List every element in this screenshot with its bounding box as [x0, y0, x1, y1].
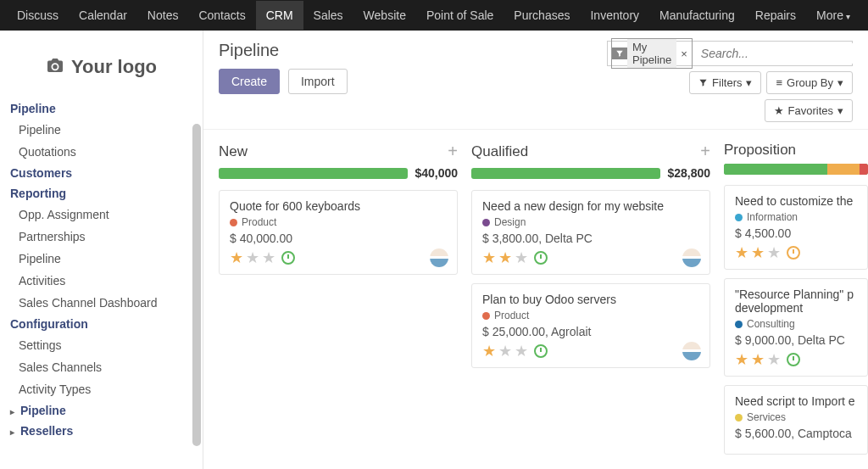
nav-item-sales[interactable]: Sales	[303, 1, 353, 30]
sidebar-section-pipeline[interactable]: ▸Pipeline	[0, 400, 203, 421]
nav-item-website[interactable]: Website	[353, 1, 416, 30]
card-tag: Consulting	[735, 318, 857, 330]
star-icon: ★	[482, 343, 496, 359]
chevron-down-icon: ▾	[837, 76, 843, 89]
priority-stars[interactable]: ★★★	[482, 250, 699, 265]
nav-item-repairs[interactable]: Repairs	[745, 1, 806, 30]
search-input[interactable]	[696, 43, 856, 64]
search-facet[interactable]: My Pipeline ×	[611, 38, 693, 69]
card-subtitle: $ 40,000.00	[230, 232, 447, 245]
star-icon: ★	[246, 250, 259, 265]
sidebar-item-sales-channels[interactable]: Sales Channels	[0, 356, 203, 378]
kanban-card[interactable]: Need to customize theInformation$ 4,500.…	[724, 185, 868, 270]
activity-clock-icon[interactable]	[281, 251, 295, 265]
activity-clock-icon[interactable]	[787, 246, 800, 260]
card-title: Plan to buy Odoo servers	[482, 293, 699, 306]
card-title: Quote for 600 keyboards	[230, 199, 447, 213]
priority-stars[interactable]: ★★★	[230, 250, 447, 265]
kanban-card[interactable]: "Resource Planning" pdevelopmentConsulti…	[724, 278, 868, 377]
activity-clock-icon[interactable]	[534, 251, 548, 265]
kanban-card[interactable]: Plan to buy Odoo serversProduct$ 25,000.…	[471, 283, 710, 368]
chevron-right-icon: ▸	[10, 407, 17, 416]
funnel-icon	[612, 47, 627, 59]
card-title: "Resource Planning" pdevelopment	[735, 288, 857, 315]
star-icon: ★	[515, 250, 528, 265]
avatar[interactable]	[682, 248, 701, 267]
nav-item-discuss[interactable]: Discuss	[7, 1, 69, 30]
create-button[interactable]: Create	[219, 69, 280, 94]
card-tag: Services	[735, 411, 857, 423]
company-logo[interactable]: Your logo	[0, 41, 203, 98]
sidebar-section-pipeline[interactable]: Pipeline	[0, 98, 203, 119]
tag-dot-icon	[482, 219, 490, 226]
sidebar-item-partnerships[interactable]: Partnerships	[0, 226, 203, 248]
nav-item-point-of-sale[interactable]: Point of Sale	[416, 1, 504, 30]
star-icon: ★	[767, 245, 781, 260]
star-icon: ★	[515, 343, 528, 359]
kanban-board: New+$40,000Quote for 600 keyboardsProduc…	[203, 130, 868, 469]
progress-bar	[219, 168, 408, 179]
card-subtitle: $ 3,800.00, Delta PC	[482, 232, 699, 245]
star-icon: ★	[482, 250, 496, 265]
kanban-card[interactable]: Need script to Import eServices$ 5,600.0…	[724, 385, 868, 455]
group-by-button[interactable]: ≡ Group By ▾	[766, 71, 853, 94]
filters-button[interactable]: Filters ▾	[689, 71, 761, 94]
card-subtitle: $ 4,500.00	[735, 226, 857, 240]
sidebar-item-sales-channel-dashboard[interactable]: Sales Channel Dashboard	[0, 292, 203, 314]
nav-item-more[interactable]: More▾	[806, 1, 860, 30]
activity-clock-icon[interactable]	[787, 353, 800, 366]
avatar[interactable]	[430, 248, 448, 267]
star-icon: ★	[230, 250, 243, 265]
nav-item-manufacturing[interactable]: Manufacturing	[649, 1, 745, 30]
sidebar-scrollbar[interactable]	[192, 124, 201, 446]
close-icon[interactable]: ×	[676, 46, 692, 62]
nav-item-inventory[interactable]: Inventory	[580, 1, 649, 30]
sidebar-item-opp-assignment[interactable]: Opp. Assignment	[0, 204, 203, 226]
tag-dot-icon	[230, 219, 237, 226]
nav-item-calendar[interactable]: Calendar	[69, 1, 137, 30]
activity-clock-icon[interactable]	[534, 344, 548, 358]
sidebar-section-customers[interactable]: Customers	[0, 163, 203, 183]
kanban-card[interactable]: Need a new design for my websiteDesign$ …	[471, 190, 710, 275]
camera-icon	[46, 58, 64, 77]
star-icon: ★	[735, 352, 748, 367]
sidebar-section-configuration[interactable]: Configuration	[0, 314, 203, 334]
sidebar-item-settings[interactable]: Settings	[0, 334, 203, 356]
plus-icon[interactable]: +	[448, 142, 458, 161]
column-title: Proposition	[724, 142, 796, 159]
search-bar[interactable]: My Pipeline ×	[607, 41, 853, 66]
column-title: Qualified	[471, 143, 528, 160]
favorites-button[interactable]: ★ Favorites ▾	[765, 99, 853, 122]
star-icon: ★	[498, 343, 512, 359]
kanban-card[interactable]: Quote for 600 keyboardsProduct$ 40,000.0…	[219, 190, 458, 275]
page-title: Pipeline	[219, 41, 348, 60]
list-icon: ≡	[776, 76, 782, 89]
card-subtitle: $ 9,000.00, Delta PC	[735, 333, 857, 347]
sidebar-item-pipeline[interactable]: Pipeline	[0, 119, 203, 141]
nav-item-contacts[interactable]: Contacts	[188, 1, 255, 30]
sidebar-item-activity-types[interactable]: Activity Types	[0, 378, 203, 400]
card-subtitle: $ 5,600.00, Camptoca	[735, 427, 857, 440]
chevron-down-icon: ▾	[846, 12, 850, 21]
plus-icon[interactable]: +	[700, 142, 710, 161]
tag-dot-icon	[735, 214, 743, 221]
tag-dot-icon	[482, 312, 490, 320]
sidebar-item-activities[interactable]: Activities	[0, 270, 203, 292]
progress-bar	[471, 168, 660, 179]
priority-stars[interactable]: ★★★	[735, 352, 857, 367]
card-tag: Product	[482, 310, 699, 321]
sidebar: Your logo PipelinePipelineQuotationsCust…	[0, 31, 203, 469]
card-subtitle: $ 25,000.00, Agrolait	[482, 325, 699, 338]
nav-item-notes[interactable]: Notes	[137, 1, 189, 30]
avatar[interactable]	[682, 342, 701, 360]
card-title: Need script to Import e	[735, 394, 857, 408]
priority-stars[interactable]: ★★★	[735, 245, 857, 260]
sidebar-section-resellers[interactable]: ▸Resellers	[0, 421, 203, 441]
nav-item-crm[interactable]: CRM	[256, 1, 303, 30]
nav-item-purchases[interactable]: Purchases	[504, 1, 580, 30]
import-button[interactable]: Import	[288, 69, 348, 94]
priority-stars[interactable]: ★★★	[482, 343, 699, 359]
sidebar-section-reporting[interactable]: Reporting	[0, 183, 203, 204]
sidebar-item-quotations[interactable]: Quotations	[0, 141, 203, 163]
sidebar-item-pipeline[interactable]: Pipeline	[0, 248, 203, 270]
